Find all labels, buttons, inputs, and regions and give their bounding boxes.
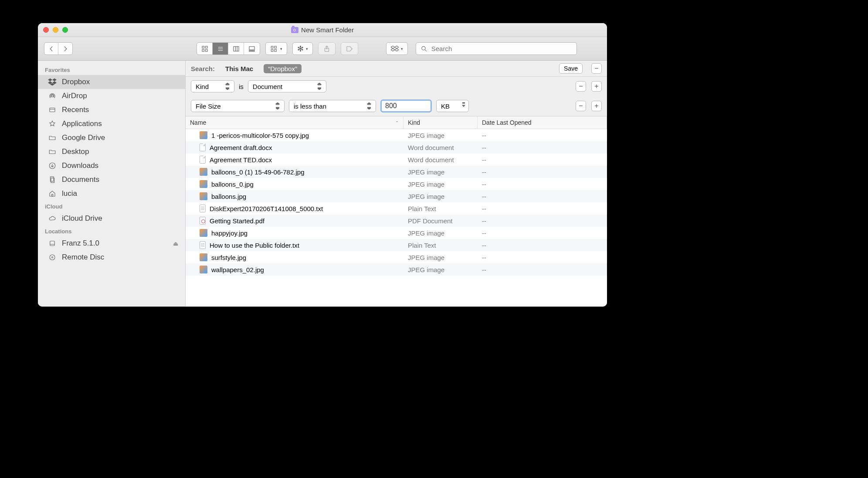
- file-row[interactable]: balloons_0 (1) 15-49-06-782.jpgJPEG imag…: [186, 166, 607, 178]
- remove-criteria-button[interactable]: −: [576, 101, 586, 111]
- sidebar-item-franz-5-1-0[interactable]: Franz 5.1.0⏏: [38, 236, 185, 250]
- file-row[interactable]: Getting Started.pdfPDF Document--: [186, 215, 607, 227]
- file-name-cell: balloons.jpg: [186, 192, 403, 200]
- file-row[interactable]: happyjoy.jpgJPEG image--: [186, 227, 607, 239]
- chevron-down-icon: ▾: [401, 47, 403, 51]
- jpeg-file-icon: [200, 229, 207, 237]
- file-row[interactable]: DiskExpert20170206T141008_5000.txtPlain …: [186, 202, 607, 215]
- file-name-cell: Agreement TED.docx: [186, 156, 403, 164]
- sidebar-item-remote-disc[interactable]: Remote Disc: [38, 250, 185, 264]
- file-name: surfstyle.jpg: [211, 254, 246, 261]
- search-field[interactable]: [416, 42, 577, 55]
- sidebar-item-desktop[interactable]: Desktop: [38, 145, 185, 159]
- sidebar-item-lucia[interactable]: lucia: [38, 187, 185, 201]
- cloud-icon: [47, 215, 57, 222]
- dropbox-toolbar-button[interactable]: ▾: [386, 42, 408, 55]
- file-name: 1 -pericos-multicolor-575 copy.jpg: [211, 132, 309, 139]
- scope-this-mac[interactable]: This Mac: [221, 64, 258, 73]
- tags-button[interactable]: [341, 42, 358, 55]
- sidebar-item-dropbox[interactable]: Dropbox: [38, 75, 185, 89]
- sidebar-item-google-drive[interactable]: Google Drive: [38, 131, 185, 145]
- file-row[interactable]: Agreement draft.docxWord document--: [186, 141, 607, 154]
- finder-window: New Smart Folder: [38, 23, 607, 307]
- share-button[interactable]: [318, 42, 336, 55]
- sidebar-item-label: Downloads: [62, 161, 98, 170]
- sidebar-item-airdrop[interactable]: AirDrop: [38, 89, 185, 103]
- chevron-down-icon: ▾: [306, 47, 308, 51]
- group-by-button[interactable]: ▾: [265, 42, 287, 55]
- jpeg-file-icon: [200, 168, 207, 176]
- file-row[interactable]: 1 -pericos-multicolor-575 copy.jpgJPEG i…: [186, 129, 607, 141]
- add-criteria-button[interactable]: +: [591, 101, 602, 111]
- file-kind-cell: Plain Text: [403, 205, 478, 212]
- search-scope-bar: Search: This Mac “Dropbox” Save −: [186, 61, 607, 77]
- eject-icon[interactable]: ⏏: [173, 240, 178, 247]
- view-list-button[interactable]: [213, 43, 228, 55]
- criteria-attribute-popup[interactable]: Kind: [191, 80, 234, 92]
- file-row[interactable]: How to use the Public folder.txtPlain Te…: [186, 239, 607, 251]
- forward-button[interactable]: [58, 43, 72, 55]
- sidebar-section-header: Locations: [38, 225, 185, 236]
- svg-rect-0: [202, 46, 204, 48]
- search-input[interactable]: [431, 45, 572, 52]
- file-row[interactable]: Agreement TED.docxWord document--: [186, 154, 607, 166]
- view-columns-button[interactable]: [228, 43, 244, 55]
- remove-search-button[interactable]: −: [591, 63, 602, 74]
- save-button[interactable]: Save: [559, 63, 583, 74]
- sidebar-item-label: Remote Disc: [62, 253, 104, 262]
- dropbox-icon: [47, 78, 57, 86]
- criteria-attribute-popup[interactable]: File Size: [191, 100, 285, 112]
- recents-icon: [47, 106, 57, 114]
- criteria-unit-popup[interactable]: KB: [436, 100, 469, 112]
- criteria-row-1: Kind is Document − +: [186, 77, 607, 96]
- view-icons-button[interactable]: [197, 43, 213, 55]
- svg-rect-13: [253, 50, 254, 51]
- close-window-button[interactable]: [43, 27, 49, 33]
- file-date-cell: --: [478, 132, 607, 139]
- file-name-cell: Getting Started.pdf: [186, 217, 403, 225]
- remove-criteria-button[interactable]: −: [576, 81, 586, 92]
- gear-icon: ✻: [297, 44, 304, 54]
- column-header-kind[interactable]: Kind: [403, 116, 478, 129]
- sidebar-section-header: iCloud: [38, 201, 185, 212]
- criteria-value-input[interactable]: [380, 99, 432, 113]
- file-date-cell: --: [478, 229, 607, 237]
- criteria-value-popup[interactable]: Document: [248, 80, 326, 92]
- file-date-cell: --: [478, 181, 607, 188]
- jpeg-file-icon: [200, 192, 207, 200]
- file-row[interactable]: balloons.jpgJPEG image--: [186, 190, 607, 202]
- svg-rect-12: [251, 50, 253, 51]
- file-name: How to use the Public folder.txt: [210, 242, 299, 249]
- column-header-date[interactable]: Date Last Opened: [478, 116, 607, 129]
- action-menu-button[interactable]: ✻ ▾: [292, 42, 313, 55]
- doc-file-icon: [200, 156, 206, 164]
- sidebar-item-documents[interactable]: Documents: [38, 173, 185, 187]
- svg-marker-23: [395, 48, 399, 51]
- file-row[interactable]: surfstyle.jpgJPEG image--: [186, 251, 607, 263]
- criteria-operator-popup[interactable]: is less than: [289, 100, 376, 112]
- airdrop-icon: [47, 92, 57, 100]
- file-row[interactable]: balloons_0.jpgJPEG image--: [186, 178, 607, 190]
- sidebar-item-applications[interactable]: Applications: [38, 117, 185, 131]
- sidebar-item-icloud-drive[interactable]: iCloud Drive: [38, 212, 185, 225]
- window-title-text: New Smart Folder: [301, 26, 354, 34]
- scope-dropbox[interactable]: “Dropbox”: [264, 64, 302, 73]
- column-header-name[interactable]: Name ⌃: [186, 116, 403, 129]
- view-gallery-button[interactable]: [244, 43, 260, 55]
- home-icon: [47, 190, 57, 198]
- back-button[interactable]: [44, 43, 58, 55]
- file-date-cell: --: [478, 156, 607, 164]
- svg-rect-15: [271, 49, 273, 51]
- svg-rect-17: [275, 49, 277, 51]
- minimize-window-button[interactable]: [53, 27, 58, 33]
- sidebar-item-label: iCloud Drive: [62, 214, 102, 223]
- sidebar-item-label: Desktop: [62, 147, 89, 156]
- file-row[interactable]: wallpapers_02.jpgJPEG image--: [186, 263, 607, 276]
- sidebar-item-recents[interactable]: Recents: [38, 103, 185, 117]
- sidebar-item-downloads[interactable]: Downloads: [38, 159, 185, 173]
- title-bar: New Smart Folder: [38, 23, 607, 37]
- doc-file-icon: [200, 143, 206, 151]
- add-criteria-button[interactable]: +: [591, 81, 602, 92]
- zoom-window-button[interactable]: [62, 27, 68, 33]
- criteria-row-2: File Size is less than KB − +: [186, 96, 607, 116]
